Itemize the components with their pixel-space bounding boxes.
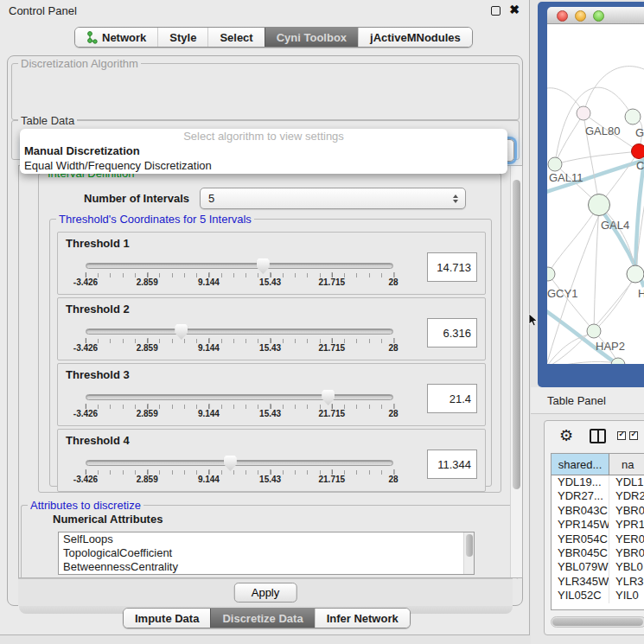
table-row[interactable]: YDL19...YDL1	[552, 475, 644, 489]
threshold-3-slider[interactable]	[86, 394, 393, 400]
threshold-4-card: Threshold 4 -3.4262.8599.14415.4321.7152…	[57, 429, 486, 492]
threshold-3-value-field[interactable]: 21.4	[427, 384, 477, 413]
table-row[interactable]: YPR145WYPR1	[552, 518, 644, 532]
list-scrollbar[interactable]	[463, 532, 474, 574]
tab-network[interactable]: Network	[75, 28, 157, 47]
tick-label: 15.43	[259, 475, 281, 484]
algorithm-hint-item[interactable]: Select algorithm to view settings	[20, 129, 507, 143]
tab-cyni-toolbox[interactable]: Cyni Toolbox	[265, 28, 358, 47]
threshold-2-slider[interactable]	[86, 328, 393, 335]
network-window-titlebar[interactable]	[547, 7, 644, 24]
scrollbar-thumb[interactable]	[552, 618, 643, 626]
checkbox-icon[interactable]	[629, 431, 638, 440]
threshold-4-label: Threshold 4	[66, 434, 130, 447]
algorithm-option-equal-width[interactable]: Equal Width/Frequency Discretization	[20, 158, 507, 173]
tab-style[interactable]: Style	[157, 28, 207, 47]
node-gal11[interactable]	[548, 157, 562, 171]
number-of-intervals-combobox[interactable]: 5	[200, 188, 466, 209]
tick-label: 28	[388, 475, 398, 484]
table-row[interactable]: YIL052CYIL0	[552, 589, 644, 603]
node[interactable]	[625, 109, 641, 124]
tick-label: 15.43	[259, 343, 281, 353]
node[interactable]	[627, 265, 644, 283]
discretization-algorithm-title: Discretization Algorithm	[18, 57, 141, 70]
scrollbar-thumb[interactable]	[466, 534, 473, 557]
list-item[interactable]: TopologicalCoefficient	[59, 546, 474, 560]
list-item[interactable]: SelfLoops	[59, 532, 474, 546]
tick-label: 9.144	[198, 409, 220, 418]
algorithm-option-manual[interactable]: Manual Discretization	[20, 143, 507, 158]
threshold-1-value-field[interactable]: 14.713	[427, 252, 477, 282]
table-horizontal-scrollbar[interactable]	[551, 616, 644, 628]
table-row[interactable]: YBR045CYBR0	[552, 546, 644, 560]
tab-select[interactable]: Select	[207, 28, 264, 47]
checkbox-icon[interactable]	[617, 431, 626, 440]
number-of-intervals-value: 5	[208, 192, 214, 205]
mouse-cursor	[528, 314, 539, 328]
node-hap2[interactable]	[587, 324, 601, 338]
tab-discretize-data[interactable]: Discretize Data	[210, 609, 314, 628]
close-icon[interactable]: ✖	[509, 3, 520, 16]
table-header-row: shared... na	[552, 454, 644, 475]
node-gal80[interactable]	[577, 106, 590, 120]
table-data-title: Table Data	[18, 114, 77, 127]
column-header-name[interactable]: na	[609, 454, 644, 475]
tab-impute-data[interactable]: Impute Data	[124, 609, 210, 628]
node-gal4[interactable]	[589, 194, 610, 216]
gear-icon[interactable]: ⚙	[559, 426, 573, 445]
attributes-group-title: Attributes to discretize	[28, 499, 143, 512]
tab-jactivemnodules[interactable]: jActiveMNodules	[358, 28, 472, 47]
slider-thumb[interactable]	[322, 390, 335, 405]
tick-labels: -3.4262.8599.14415.4321.71528	[86, 409, 393, 420]
table-panel-region: Table Panel ⚙ shared... na YDL19...YDL1 …	[531, 387, 644, 644]
network-view-window: GAL80 GA C GAL11 GAL4 GCY1 H HAP2	[538, 2, 644, 387]
threshold-1-slider[interactable]	[86, 263, 393, 269]
cyni-toolbox-panel: Discretization Algorithm Select algorith…	[7, 55, 523, 606]
threshold-4-slider[interactable]	[86, 460, 393, 466]
numerical-attributes-list[interactable]: SelfLoops TopologicalCoefficient Between…	[58, 532, 475, 575]
slider-thumb[interactable]	[175, 324, 188, 340]
threshold-2-value-field[interactable]: 6.316	[427, 318, 477, 348]
settings-scrollpane: Interval Definition Number of Intervals …	[18, 165, 523, 578]
settings-vertical-scrollbar[interactable]	[510, 166, 522, 577]
threshold-4-value-field[interactable]: 11.344	[427, 450, 477, 479]
node[interactable]	[611, 358, 625, 364]
network-canvas[interactable]: GAL80 GA C GAL11 GAL4 GCY1 H HAP2	[547, 24, 644, 364]
column-header-shared[interactable]: shared...	[552, 454, 609, 475]
scrollbar-thumb[interactable]	[513, 180, 520, 489]
tick-label: 21.715	[319, 475, 346, 484]
node-selected-red[interactable]	[632, 144, 644, 159]
threshold-2-label: Threshold 2	[66, 303, 130, 316]
node-label: GA	[635, 126, 644, 139]
table-row[interactable]: YBL079WYBL0	[552, 560, 644, 574]
table-row[interactable]: YER054CYER0	[552, 532, 644, 546]
mac-zoom-light-icon[interactable]	[593, 10, 604, 22]
columns-icon[interactable]	[590, 429, 606, 443]
tick-label: 28	[388, 277, 398, 287]
slider-thumb[interactable]	[257, 258, 270, 274]
tab-network-label: Network	[102, 31, 146, 44]
mac-minimize-light-icon[interactable]	[575, 10, 586, 22]
tick-label: 2.859	[137, 409, 158, 418]
tick-labels: -3.4262.8599.14415.4321.71528	[86, 475, 393, 486]
algorithm-dropdown-popup: Select algorithm to view settings Manual…	[20, 129, 507, 174]
tick-label: 15.43	[259, 409, 281, 418]
node-gcy1[interactable]	[547, 267, 555, 281]
mac-close-light-icon[interactable]	[557, 10, 568, 22]
apply-button[interactable]: Apply	[234, 583, 297, 603]
window-title: Control Panel	[9, 4, 77, 17]
node-label: GAL11	[549, 171, 583, 184]
table-row[interactable]: YDR27...YDR2	[552, 489, 644, 503]
node-label: GAL4	[601, 219, 629, 232]
tab-infer-network[interactable]: Infer Network	[315, 609, 410, 628]
tick-label: -3.426	[73, 343, 98, 353]
float-window-icon[interactable]	[491, 6, 501, 16]
table-row[interactable]: YBR043CYBR0	[552, 504, 644, 518]
slider-thumb[interactable]	[224, 456, 237, 471]
tick-label: 21.715	[319, 343, 346, 353]
node-label: GAL80	[585, 124, 620, 137]
list-item[interactable]: BetweennessCentrality	[59, 560, 474, 574]
table-toolbar: ⚙	[545, 421, 644, 452]
table-row[interactable]: YLR345WYLR3	[552, 575, 644, 589]
numerical-attributes-label: Numerical Attributes	[53, 513, 163, 526]
